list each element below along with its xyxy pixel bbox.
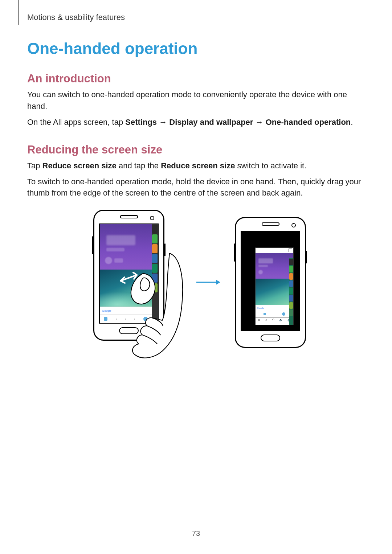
label-reduce-screen-size: Reduce screen size bbox=[42, 161, 117, 170]
front-camera-icon bbox=[291, 223, 296, 227]
figure-before: Google bbox=[86, 210, 180, 355]
nav-recent-icon: ▭ bbox=[258, 318, 261, 321]
page-number: 73 bbox=[0, 529, 392, 538]
weather-icon bbox=[258, 270, 263, 274]
expand-icon bbox=[289, 249, 292, 252]
nav-home-icon: ⌂ bbox=[265, 318, 267, 321]
edge-chip-icon bbox=[289, 302, 293, 309]
page-title: One-handed operation bbox=[27, 40, 365, 58]
reduced-window: Google ▭ ⌂ ↶ 🔉 🔊 bbox=[255, 247, 294, 325]
side-rule bbox=[18, 0, 19, 25]
path-display-wallpaper: Display and wallpaper bbox=[169, 118, 253, 127]
intro-paragraph-2: On the All apps screen, tap Settings → D… bbox=[27, 116, 365, 128]
page-content: Motions & usability features One-handed … bbox=[27, 13, 365, 355]
nav-back-icon: ↶ bbox=[272, 318, 274, 321]
path-settings: Settings bbox=[125, 118, 157, 127]
edge-chip-icon bbox=[289, 280, 293, 287]
dock-b bbox=[256, 311, 293, 317]
clock-a bbox=[106, 235, 135, 245]
edge-chip-icon bbox=[152, 283, 158, 292]
dock-a bbox=[100, 315, 152, 323]
text-span: Tap bbox=[27, 161, 42, 170]
search-label-a: Google bbox=[102, 309, 111, 312]
intro-paragraph-1: You can switch to one-handed operation m… bbox=[27, 89, 365, 112]
page-dot-icon bbox=[125, 319, 126, 320]
edge-chip-icon bbox=[289, 259, 293, 265]
edge-chip-icon bbox=[289, 266, 293, 272]
arrow-icon: → bbox=[253, 118, 265, 127]
wallpaper-b bbox=[256, 279, 293, 305]
text-span: . bbox=[351, 118, 353, 127]
search-bar-a: Google bbox=[100, 307, 152, 315]
phone-screen-a: Google bbox=[99, 223, 159, 324]
text-span: and tap the bbox=[117, 161, 161, 170]
wallpaper-a bbox=[100, 270, 158, 308]
label-reduce-screen-size-switch: Reduce screen size bbox=[161, 161, 235, 170]
edge-chip-icon bbox=[152, 244, 158, 253]
reduce-paragraph-1: Tap Reduce screen size and tap the Reduc… bbox=[27, 160, 365, 172]
edge-panel-b bbox=[289, 258, 293, 325]
svg-marker-2 bbox=[216, 280, 220, 285]
path-one-handed: One-handed operation bbox=[266, 118, 351, 127]
home-button-icon bbox=[261, 335, 280, 341]
edge-chip-icon bbox=[152, 274, 158, 283]
weather-temp bbox=[114, 258, 123, 263]
phone-screen-b: Google ▭ ⌂ ↶ 🔉 🔊 bbox=[241, 231, 300, 331]
text-span: On the All apps screen, tap bbox=[27, 118, 125, 127]
home-button-icon bbox=[119, 327, 139, 334]
phone-device-b: Google ▭ ⌂ ↶ 🔉 🔊 bbox=[235, 217, 306, 348]
search-label-b: Google bbox=[257, 307, 264, 309]
search-bar-b: Google bbox=[256, 305, 293, 311]
edge-chip-icon bbox=[289, 309, 293, 316]
earpiece-icon bbox=[120, 215, 138, 218]
edge-chip-icon bbox=[152, 225, 158, 234]
edge-chip-icon bbox=[152, 254, 158, 263]
edge-chip-icon bbox=[289, 288, 293, 294]
edge-panel-a bbox=[152, 224, 158, 323]
date-b bbox=[258, 265, 268, 267]
front-camera-icon bbox=[150, 216, 154, 220]
section-heading-intro: An introduction bbox=[27, 72, 365, 85]
text-span: switch to activate it. bbox=[235, 161, 306, 170]
edge-chip-icon bbox=[152, 234, 158, 243]
apps-drawer-icon bbox=[282, 312, 285, 316]
weather-icon bbox=[105, 257, 112, 264]
nav-vol-down-icon: 🔉 bbox=[279, 318, 283, 321]
lockscreen-top bbox=[100, 224, 158, 270]
edge-chip-icon bbox=[152, 264, 158, 273]
figure-row: Google bbox=[27, 210, 365, 355]
soft-nav-bar: ▭ ⌂ ↶ 🔉 🔊 bbox=[256, 317, 293, 323]
reduce-paragraph-2: To switch to one-handed operation mode, … bbox=[27, 176, 365, 199]
edge-chip-icon bbox=[289, 273, 293, 280]
page-dot-icon bbox=[116, 319, 117, 320]
edge-chip-icon bbox=[289, 295, 293, 301]
transition-arrow-icon bbox=[195, 277, 220, 288]
section-heading-reduce: Reducing the screen size bbox=[27, 143, 365, 156]
page-dot-icon bbox=[134, 319, 135, 320]
phone-device-a: Google bbox=[93, 210, 164, 341]
lockscreen-top-b bbox=[256, 253, 293, 279]
breadcrumb: Motions & usability features bbox=[27, 13, 365, 22]
apps-drawer-icon bbox=[143, 317, 148, 321]
arrow-icon: → bbox=[157, 118, 169, 127]
phone-app-icon bbox=[104, 317, 107, 321]
date-a bbox=[106, 248, 124, 251]
earpiece-icon bbox=[262, 222, 279, 226]
reduced-window-header bbox=[256, 248, 293, 253]
phone-app-icon bbox=[264, 313, 266, 315]
clock-b bbox=[258, 258, 273, 263]
